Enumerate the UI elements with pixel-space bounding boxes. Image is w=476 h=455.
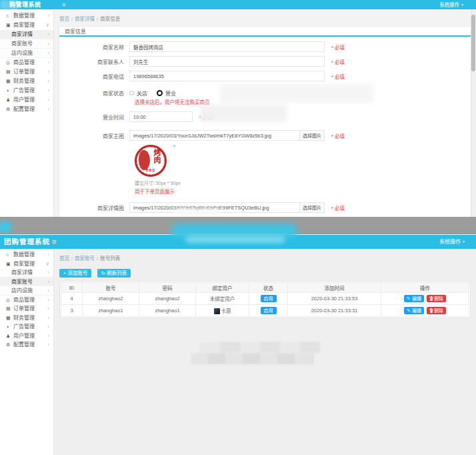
- merchant-logo-image: 烤肉 BBQ: [135, 145, 167, 177]
- breadcrumb-section[interactable]: 商家详情: [75, 16, 95, 22]
- sidebar-item-label: 商家账号: [11, 41, 33, 47]
- breadcrumb-home[interactable]: 首页: [59, 256, 69, 262]
- sidebar: ⌂数据管理› ▣商家管理∨ 商家详情› 商家账号› 店内设施› ◎商品管理› ▤…: [0, 249, 54, 455]
- breadcrumb-section[interactable]: 商家账号: [75, 256, 95, 262]
- merchant-contact-input[interactable]: [129, 56, 325, 67]
- delete-button[interactable]: 删除: [427, 307, 446, 314]
- chevron-right-icon: ›: [47, 30, 49, 39]
- cell-status: 启用: [249, 293, 288, 305]
- radio-open-label: 营业: [165, 89, 176, 97]
- status-badge[interactable]: 启用: [261, 307, 277, 314]
- chevron-right-icon: ›: [47, 105, 49, 114]
- gear-icon: ⚙: [6, 340, 13, 350]
- breadcrumb: 首页/商家详情/商家信息: [54, 9, 476, 22]
- sidebar-item-merchant-mgmt[interactable]: ▣商家管理∨: [0, 260, 53, 269]
- chevron-expanded-icon: ∨: [45, 21, 49, 30]
- screenshot-canvas: 购管理系统 ≡ 系统操作▼ ⌂数据管理› ▣商家管理∨ 商家详情› 商家账号› …: [0, 0, 476, 455]
- sidebar-item-config-mgmt[interactable]: ⚙配置管理›: [0, 105, 53, 114]
- sidebar-item-label: 数据管理: [13, 13, 35, 19]
- sidebar-item-order-mgmt[interactable]: ▤订单管理›: [0, 67, 53, 77]
- scrollbar-thumb[interactable]: [471, 15, 475, 71]
- add-account-button[interactable]: +添加账号: [59, 269, 91, 278]
- col-header-actions: 操作: [381, 283, 469, 293]
- chevron-right-icon: ›: [47, 304, 49, 314]
- radio-status-closed[interactable]: [129, 91, 134, 95]
- cell-password: zhanghao1: [139, 305, 196, 317]
- edit-icon: ✎: [407, 296, 411, 301]
- sidebar-subitem-store-facility[interactable]: 店内设施›: [0, 49, 53, 58]
- chevron-right-icon: ›: [47, 58, 49, 67]
- sidebar-subitem-merchant-detail[interactable]: 商家详情›: [0, 268, 53, 278]
- blurred-watermark: [200, 342, 320, 353]
- sidebar-item-label: 配置管理: [13, 106, 35, 112]
- sidebar-subitem-merchant-account[interactable]: 商家账号›: [0, 39, 53, 49]
- sidebar-item-finance-mgmt[interactable]: ▦财务管理›: [0, 314, 53, 323]
- sidebar-item-data-mgmt[interactable]: ⌂数据管理›: [0, 11, 53, 21]
- breadcrumb-separator: /: [97, 16, 98, 22]
- panel-title: 商家信息: [59, 27, 471, 37]
- merchant-info-screen: 购管理系统 ≡ 系统操作▼ ⌂数据管理› ▣商家管理∨ 商家详情› 商家账号› …: [0, 0, 476, 228]
- usage-hint-text: 用于下单页面展示: [135, 187, 471, 195]
- home-icon: ⌂: [6, 11, 13, 21]
- gear-icon: ⚙: [6, 105, 13, 114]
- system-menu-label: 系统操作: [439, 2, 459, 8]
- logo-calligraphy-shape: [139, 150, 150, 170]
- status-badge[interactable]: 启用: [261, 295, 277, 302]
- system-menu[interactable]: 系统操作▼: [439, 0, 464, 10]
- cell-actions: ✎ 编辑删除: [381, 293, 469, 305]
- delete-button[interactable]: 删除: [427, 295, 446, 302]
- merchant-phone-input[interactable]: [129, 71, 325, 81]
- merchant-status-label: 商家状态: [59, 89, 129, 97]
- sidebar-item-merchant-mgmt[interactable]: ▣商家管理∨: [0, 21, 53, 30]
- sidebar-item-product-mgmt[interactable]: ◎商品管理›: [0, 58, 53, 67]
- sidebar-item-ad-mgmt[interactable]: ◑广告管理›: [0, 86, 53, 95]
- merchant-name-input[interactable]: [129, 41, 325, 52]
- sidebar-item-config-mgmt[interactable]: ⚙配置管理›: [0, 340, 53, 350]
- close-icon[interactable]: ×: [173, 143, 176, 149]
- main-image-path-input[interactable]: [129, 130, 299, 141]
- chevron-right-icon: ›: [47, 322, 49, 332]
- menu-toggle-icon[interactable]: ≡: [52, 235, 56, 249]
- chevron-right-icon: ›: [47, 296, 49, 305]
- sidebar-subitem-store-facility[interactable]: 店内设施›: [0, 286, 53, 296]
- breadcrumb-separator: /: [97, 256, 98, 262]
- sidebar-subitem-merchant-account[interactable]: 商家账号›: [0, 278, 53, 287]
- choose-main-image-button[interactable]: 选择图片: [299, 130, 325, 141]
- breadcrumb-current: 账号列表: [100, 256, 120, 262]
- cell-added-time: 2020-03-30 21:33:31: [288, 305, 381, 317]
- refresh-list-label: 刷新列表: [107, 270, 127, 276]
- sidebar-item-finance-mgmt[interactable]: ▦财务管理›: [0, 77, 53, 86]
- scrollbar[interactable]: [471, 9, 476, 217]
- sidebar-item-user-mgmt[interactable]: ♟用户管理›: [0, 95, 53, 105]
- sidebar-item-label: 店内设施: [11, 288, 33, 294]
- chevron-right-icon: ›: [47, 340, 49, 350]
- radio-status-open[interactable]: [157, 90, 163, 96]
- top-header: 购管理系统 ≡ 系统操作▼: [0, 0, 476, 9]
- breadcrumb-home[interactable]: 首页: [59, 16, 69, 22]
- radio-closed-label: 关店: [137, 89, 147, 97]
- merchant-info-panel: 商家信息 商家名称 * 必填 商家联系人 * 必填 商家电话: [59, 26, 471, 228]
- sidebar-item-ad-mgmt[interactable]: ◑广告管理›: [0, 322, 53, 332]
- choose-detail-image-button[interactable]: 选择图片: [299, 202, 325, 213]
- col-header-id: ID: [61, 283, 83, 293]
- edit-button[interactable]: ✎ 编辑: [404, 295, 424, 302]
- sidebar-item-label: 广告管理: [13, 324, 35, 330]
- logo-text: 烤肉: [153, 149, 160, 163]
- breadcrumb-separator: /: [71, 256, 73, 262]
- edit-button[interactable]: ✎ 编辑: [404, 307, 424, 314]
- merchant-contact-label: 商家联系人: [59, 58, 129, 65]
- sidebar-item-data-mgmt[interactable]: ⌂数据管理›: [0, 250, 53, 260]
- chevron-right-icon: ›: [47, 39, 49, 49]
- sidebar-item-label: 商家管理: [13, 261, 35, 267]
- sidebar-subitem-merchant-detail[interactable]: 商家详情›: [0, 30, 53, 39]
- sidebar-item-user-mgmt[interactable]: ♟用户管理›: [0, 332, 53, 341]
- sidebar-item-product-mgmt[interactable]: ◎商品管理›: [0, 296, 53, 305]
- delete-label: 删除: [434, 296, 443, 301]
- menu-toggle-icon[interactable]: ≡: [62, 0, 65, 9]
- account-list-screen: 团购管理系统 ≡ 系统操作▼ ⌂数据管理› ▣商家管理∨ 商家详情› 商家账号›…: [0, 235, 476, 455]
- business-hours-input[interactable]: [129, 111, 193, 122]
- refresh-list-button[interactable]: ↻刷新列表: [97, 269, 131, 278]
- system-menu[interactable]: 系统操作▼: [439, 235, 465, 249]
- sidebar-item-order-mgmt[interactable]: ▤订单管理›: [0, 304, 53, 314]
- sidebar-item-label: 数据管理: [13, 252, 35, 258]
